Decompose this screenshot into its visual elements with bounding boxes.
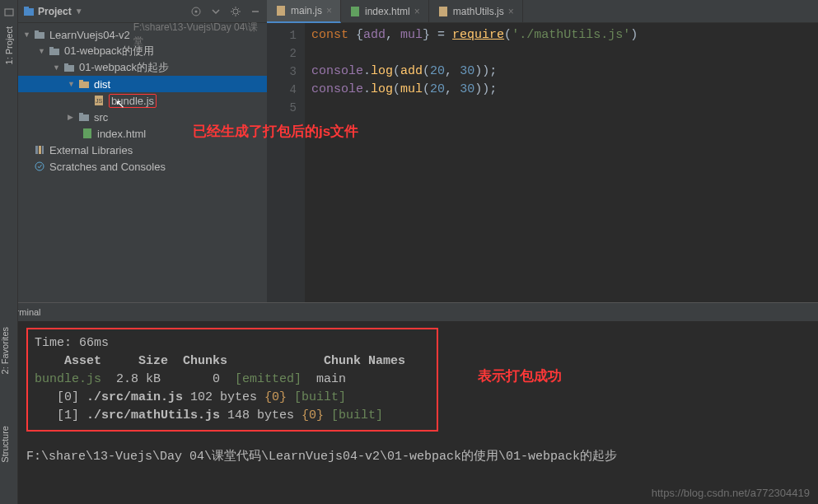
folder-icon <box>48 44 61 58</box>
svg-rect-1 <box>24 8 34 16</box>
folder-icon <box>63 61 76 74</box>
svg-rect-8 <box>35 30 39 33</box>
line-number: 5 <box>267 99 297 117</box>
html-file-icon <box>81 127 94 140</box>
svg-rect-24 <box>277 6 285 16</box>
editor-tabs: main.js × index.html × mathUtils.js × <box>267 0 818 23</box>
tab-label: mathUtils.js <box>453 6 504 17</box>
main-area: 1: Project Project ▼ <box>0 0 818 302</box>
arrow-down-icon: ▼ <box>38 47 48 55</box>
tree-label: External Libraries <box>49 144 133 156</box>
tree-label: index.html <box>97 128 146 140</box>
bottom-left-sidebar: 2: Favorites Structure <box>0 302 18 504</box>
build-time: Time: 66ms <box>35 334 430 352</box>
build-header: Asset Size Chunks Chunk Names <box>35 352 430 371</box>
chevron-down-icon[interactable]: ▼ <box>75 7 83 16</box>
svg-point-23 <box>35 162 44 170</box>
svg-rect-0 <box>5 9 13 16</box>
project-icon <box>23 6 35 17</box>
project-tree: ▼ LearnVuejs04-v2 F:\share\13-Vuejs\Day … <box>18 23 267 178</box>
tree-label: 01-webpack的使用 <box>64 44 154 58</box>
terminal-prompt: F:\share\13-Vuejs\Day 04\课堂代码\LearnVuejs… <box>26 448 810 464</box>
line-number: 3 <box>267 63 297 81</box>
build-row: bundle.js 2.8 kB 0 [emitted] main <box>35 371 430 389</box>
svg-rect-12 <box>64 63 68 66</box>
gear-icon[interactable] <box>229 5 242 18</box>
tab-main-js[interactable]: main.js × <box>267 0 341 23</box>
sidebar-tab-structure[interactable]: Structure <box>0 426 10 463</box>
svg-rect-26 <box>439 7 447 16</box>
svg-point-5 <box>233 9 238 14</box>
tree-scratches[interactable]: Scratches and Consoles <box>18 158 267 175</box>
folder-icon <box>33 28 46 41</box>
code-editor[interactable]: 1 2 3 4 5 const {add, mul} = require('./… <box>267 23 818 302</box>
svg-rect-20 <box>35 146 38 154</box>
tree-label: bundle.js <box>109 94 157 108</box>
panel-toolbar <box>189 5 262 18</box>
tree-label: LearnVuejs04-v2 <box>49 29 130 41</box>
arrow-right-icon: ▶ <box>68 113 77 121</box>
js-file-icon: JS <box>92 94 105 107</box>
tab-mathutils-js[interactable]: mathUtils.js × <box>429 0 523 23</box>
svg-rect-14 <box>79 80 83 82</box>
close-icon[interactable]: × <box>508 6 514 17</box>
terminal-body: + × Time: 66ms Asset Size Chunks Chunk N… <box>0 321 818 504</box>
svg-rect-22 <box>42 146 44 154</box>
svg-text:JS: JS <box>96 98 103 104</box>
svg-rect-17 <box>79 114 89 121</box>
scratches-icon <box>33 160 46 173</box>
svg-point-4 <box>195 10 198 12</box>
build-output: Time: 66ms Asset Size Chunks Chunk Names… <box>26 328 438 432</box>
svg-rect-10 <box>49 47 54 49</box>
terminal-panel: Terminal + × Time: 66ms Asset Size Chunk… <box>0 302 818 504</box>
svg-rect-18 <box>79 113 83 115</box>
svg-rect-2 <box>24 7 29 9</box>
annotation-success: 表示打包成功 <box>478 366 562 385</box>
code-content[interactable]: const {add, mul} = require('./mathUtils.… <box>305 23 818 302</box>
left-sidebar: 1: Project <box>0 0 18 302</box>
code-line: console.log(mul(20, 30)); <box>311 81 811 99</box>
svg-rect-25 <box>351 7 359 16</box>
html-file-icon <box>349 6 361 17</box>
tree-node-bundle[interactable]: JS bundle.js <box>18 92 267 109</box>
tree-root[interactable]: ▼ LearnVuejs04-v2 F:\share\13-Vuejs\Day … <box>18 26 267 43</box>
line-number: 4 <box>267 81 297 99</box>
tree-external-libs[interactable]: External Libraries <box>18 142 267 158</box>
minimize-icon[interactable] <box>249 5 262 18</box>
panel-title: Project <box>38 6 72 17</box>
editor-area: main.js × index.html × mathUtils.js × 1 … <box>267 0 818 302</box>
code-line <box>311 99 811 117</box>
tab-index-html[interactable]: index.html × <box>341 0 429 23</box>
tree-node[interactable]: ▼ 01-webpack的起步 <box>18 59 267 76</box>
target-icon[interactable] <box>189 5 203 18</box>
project-panel: Project ▼ ▼ LearnVuej <box>18 0 267 302</box>
arrow-down-icon: ▼ <box>68 80 77 88</box>
sidebar-tab-favorites[interactable]: 2: Favorites <box>0 327 10 374</box>
tree-label: src <box>94 111 108 124</box>
gutter: 1 2 3 4 5 <box>267 23 305 302</box>
project-tool-icon[interactable] <box>3 7 15 18</box>
line-number: 1 <box>267 26 297 44</box>
terminal-content[interactable]: Time: 66ms Asset Size Chunks Chunk Names… <box>18 321 818 504</box>
code-line <box>311 44 811 63</box>
svg-rect-13 <box>79 82 89 88</box>
js-file-icon <box>437 6 449 17</box>
svg-rect-7 <box>35 32 44 39</box>
tree-node-dist[interactable]: ▼ dist <box>18 76 267 92</box>
code-line: console.log(add(20, 30)); <box>311 63 811 81</box>
close-icon[interactable]: × <box>414 6 420 17</box>
code-line: const {add, mul} = require('./mathUtils.… <box>311 26 811 44</box>
expand-icon[interactable] <box>209 5 222 18</box>
library-icon <box>33 143 46 156</box>
watermark: https://blog.csdn.net/a772304419 <box>652 487 810 499</box>
build-row: [1] ./src/mathUtils.js 148 bytes {0} [bu… <box>35 407 430 425</box>
line-number: 2 <box>267 44 297 63</box>
arrow-down-icon: ▼ <box>23 30 33 39</box>
svg-rect-9 <box>49 49 59 55</box>
folder-icon <box>77 110 91 124</box>
close-icon[interactable]: × <box>326 5 332 16</box>
annotation-generated: 已经生成了打包后的js文件 <box>193 122 358 141</box>
terminal-header[interactable]: Terminal <box>0 303 818 321</box>
svg-rect-11 <box>64 65 74 72</box>
sidebar-tab-project[interactable]: 1: Project <box>4 26 14 64</box>
